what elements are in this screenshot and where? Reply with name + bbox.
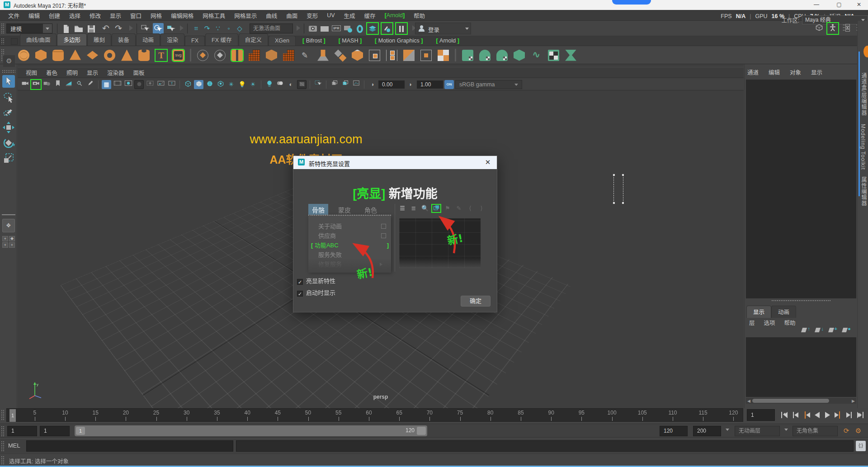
insert-edge-loop-icon[interactable]	[386, 50, 397, 61]
poly-cone-icon[interactable]	[70, 50, 81, 61]
range-slider[interactable]: 1 120	[75, 425, 427, 436]
current-frame-marker[interactable]: 1	[9, 409, 16, 422]
poly-plane-icon[interactable]	[87, 50, 98, 61]
dialog-title-bar[interactable]: M 新特性亮显设置 ✕	[293, 156, 497, 169]
select-hierarchy-icon[interactable]	[140, 23, 151, 34]
range-end-handle[interactable]	[417, 427, 426, 435]
poly-remesh-icon[interactable]	[249, 50, 260, 61]
auto-keyframe-icon[interactable]: ⟳	[844, 427, 849, 435]
menu-变形[interactable]: 变形	[302, 11, 322, 20]
shaded-icon[interactable]	[194, 80, 203, 89]
paint-select-tool[interactable]	[2, 106, 15, 118]
project-curve-icon[interactable]	[438, 50, 449, 61]
poly-torus-icon[interactable]	[104, 50, 115, 61]
camera-lock-icon[interactable]	[31, 80, 41, 89]
menu-编辑[interactable]: 编辑	[24, 11, 44, 20]
save-scene-icon[interactable]	[86, 23, 97, 34]
rotate-tool[interactable]	[2, 137, 15, 149]
layout-split-button[interactable]: +	[2, 242, 8, 248]
menu-网格工具[interactable]: 网格工具	[198, 11, 230, 20]
menu-UV[interactable]: UV	[322, 12, 339, 19]
channel-box-area[interactable]	[746, 80, 856, 298]
layer-editor-menu[interactable]: 层选项帮助	[749, 318, 796, 327]
open-scene-icon[interactable]	[73, 23, 84, 34]
ok-button[interactable]: 确定	[461, 296, 491, 307]
tab-动画[interactable]: 动画	[136, 33, 160, 46]
select-tool[interactable]	[2, 75, 15, 88]
shelf-icons[interactable]: T	[18, 48, 576, 62]
command-output[interactable]	[236, 440, 854, 452]
layer-scrollbar[interactable]: ◀ ▶	[746, 398, 856, 404]
menu-对象[interactable]: 对象	[790, 68, 801, 76]
color-management-toggle[interactable]: ON	[444, 80, 454, 89]
menu-选项[interactable]: 选项	[764, 318, 775, 327]
step-forward-key-button[interactable]	[834, 410, 844, 420]
sculpt-tool-icon[interactable]	[462, 50, 473, 61]
bevel-icon[interactable]	[352, 50, 363, 61]
image-plane-icon[interactable]	[64, 80, 73, 89]
tab-XGen[interactable]: XGen	[269, 36, 296, 46]
close-button[interactable]: ✕	[850, 0, 868, 10]
wireframe-icon[interactable]	[183, 80, 193, 89]
ipr-render-icon[interactable]: IPR	[331, 23, 342, 34]
menu-视图[interactable]: 视图	[26, 68, 37, 77]
menu-着色[interactable]: 着色	[46, 68, 57, 77]
poly-sphere-icon[interactable]	[18, 50, 29, 61]
menu-帮助[interactable]: 帮助	[784, 318, 796, 327]
animation-preferences-icon[interactable]: ⚙	[855, 427, 861, 435]
menu-文件[interactable]: 文件	[4, 11, 24, 20]
shadows-icon[interactable]: ✳	[226, 80, 236, 89]
multi-cut-icon[interactable]	[420, 50, 432, 61]
tab-雕刻[interactable]: 雕刻	[87, 33, 111, 46]
tab-曲线/曲面[interactable]: 曲线/曲面	[20, 33, 57, 46]
xray-active-icon[interactable]: ◐	[286, 80, 296, 89]
layout-single-pane-button[interactable]	[2, 219, 15, 232]
tab-MASH[interactable]: [ MASH ]	[332, 36, 368, 46]
layer-editor-tabs[interactable]: 显示动画	[746, 306, 796, 318]
render-view-icon[interactable]	[307, 23, 318, 34]
snap-grid-icon[interactable]: ⌗	[191, 23, 202, 34]
lasso-tool[interactable]	[2, 90, 15, 103]
foamy-sculpt-icon[interactable]	[565, 50, 576, 61]
anim-start-field[interactable]: 1	[7, 426, 37, 436]
script-editor-button[interactable]: {;}	[856, 441, 866, 451]
relax-sculpt-icon[interactable]	[496, 50, 508, 61]
menu-网格显示[interactable]: 网格显示	[230, 11, 261, 20]
menu-set-dropdown[interactable]: 建模	[6, 24, 52, 33]
menu-渲染器[interactable]: 渲染器	[107, 68, 124, 77]
tab-FX[interactable]: FX	[185, 36, 205, 46]
field-chart-icon[interactable]	[145, 80, 155, 89]
bridge-icon[interactable]	[335, 50, 346, 61]
anim-end-field[interactable]: 200	[693, 426, 721, 436]
snap-view-plane-icon[interactable]: ◇	[234, 23, 245, 34]
playback-start-field[interactable]: 1	[40, 426, 70, 436]
move-layer-down-icon[interactable]: ↓	[815, 326, 824, 334]
combine-icon[interactable]	[197, 50, 208, 61]
gate-mask-icon[interactable]	[134, 80, 144, 89]
panel-menu[interactable]: 视图着色照明显示渲染器面板	[18, 67, 744, 78]
new-scene-icon[interactable]	[61, 23, 71, 34]
tab-显示[interactable]: 显示	[746, 306, 771, 318]
layer-overrides-icon[interactable]	[340, 80, 350, 89]
exposure-field[interactable]: 0.00	[378, 80, 405, 89]
channel-box-menu[interactable]: 通道编辑对象显示	[747, 68, 822, 76]
time-slider[interactable]: 1 51015202530354045505560657075808590951…	[6, 408, 743, 422]
tab-装备[interactable]: 装备	[112, 33, 136, 46]
menu-编辑[interactable]: 编辑	[769, 68, 780, 76]
snap-curve-icon[interactable]: ↷	[202, 23, 212, 34]
crease-tool-icon[interactable]	[300, 50, 311, 61]
minimize-button[interactable]: —	[807, 0, 826, 10]
bookmark-icon[interactable]	[53, 80, 62, 89]
hypershade-settings-icon[interactable]	[382, 23, 392, 34]
character-set-dropdown[interactable]: 无角色集	[793, 426, 838, 436]
current-time-field[interactable]: 1	[747, 409, 775, 421]
tab-多边形[interactable]: 多边形	[57, 33, 87, 46]
smooth-icon[interactable]	[266, 50, 277, 61]
sidebar-tab-channel-box[interactable]: 通道盒/层编辑器	[860, 73, 868, 116]
menu-曲面[interactable]: 曲面	[282, 11, 302, 20]
sidebar-tab-attribute-editor[interactable]: 属性编辑器	[860, 177, 868, 206]
tab-Motion Graphics[interactable]: [ Motion Graphics ]	[368, 36, 429, 46]
poly-cube-icon[interactable]	[35, 50, 47, 61]
menu-照明[interactable]: 照明	[66, 68, 78, 77]
paint-effects-icon[interactable]	[354, 23, 365, 34]
